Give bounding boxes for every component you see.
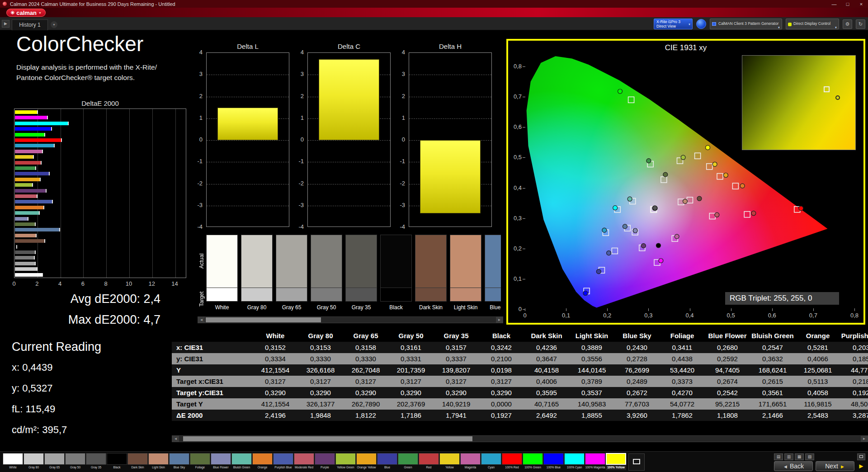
patch-button-light-skin[interactable]: Light Skin [148,453,169,470]
patch-button-100-yellow[interactable]: 100% Yellow [606,453,626,470]
patch-button-cyan[interactable]: Cyan [481,453,501,470]
window-icon [859,455,863,458]
tab-history-1[interactable]: History 1 [12,19,48,30]
display-control-select-button[interactable]: Direct Display Control ▼ [786,19,839,29]
swatch-scrollbar[interactable]: ◄ ► [198,316,503,323]
pattern-generator-select-button[interactable]: CalMAN Client 3 Pattern Generator ▼ [710,19,782,29]
column-header-orange: Orange [795,330,840,342]
patch-button-label: Green [398,465,418,470]
nav-forward-button[interactable]: ▶ [2,20,9,28]
delta-axis-label: 2 [191,93,203,99]
patch-button-gray-80[interactable]: Gray 80 [24,453,44,470]
settings-button[interactable]: ⚙ [843,19,852,29]
delta-h-bar [420,140,481,213]
cie-y-axis-label: 0,3 [509,215,522,222]
patch-button-100-blue[interactable]: 100% Blue [543,453,564,470]
patch-button-gray-65[interactable]: Gray 65 [44,453,65,470]
swatch-actual [415,235,447,288]
patch-button-label: Gray 80 [24,465,44,470]
patch-button-gray-35[interactable]: Gray 35 [86,453,106,470]
patch-button-orange[interactable]: Orange [252,453,273,470]
cie-y-axis-label: 0,7 [509,93,522,100]
next-button[interactable]: Next► [816,461,854,471]
patch-button-label: 100% Cyan [564,465,585,470]
refresh-button[interactable]: ↻ [856,19,865,29]
patch-button-100-red[interactable]: 100% Red [502,453,522,470]
scroll-left-icon[interactable]: ◄ [198,317,205,323]
print-button[interactable]: ▦ [795,453,804,460]
view-buttons: ▤ ▥ ▦ ▧ [774,453,814,460]
next-label: Next [825,463,838,470]
patch-button-red[interactable]: Red [419,453,439,470]
patch-button-white[interactable]: White [3,453,23,470]
table-cell: 139,8207 [434,364,479,376]
scroll-right-icon[interactable]: ► [861,436,868,442]
delta-axis-label: 1 [191,114,203,121]
meter-select-button[interactable]: X-Rite i1Pro 3 Direct View ▼ [654,19,693,29]
de2000-bar-foliage [15,222,36,226]
pattern-window-button[interactable] [628,453,645,471]
patch-button-blue-flower[interactable]: Blue Flower [211,453,231,470]
column-header-purplish-blue: Purplish Blue [840,330,868,342]
next-shortcut-icon[interactable]: ► [856,462,866,471]
patch-button-blue[interactable]: Blue [377,453,397,470]
patch-button-purplish-blue[interactable]: Purplish Blue [273,453,293,470]
patch-button-moderate-red[interactable]: Moderate Red [294,453,314,470]
scroll-right-icon[interactable]: ► [496,317,503,323]
patch-button-foliage[interactable]: Foliage [190,453,210,470]
mini-window-button[interactable] [857,453,865,460]
notes-button[interactable]: ▥ [784,453,793,460]
minimize-button[interactable]: — [827,1,841,7]
cie-tick [648,308,649,311]
patch-button-100-green[interactable]: 100% Green [523,453,543,470]
close-button[interactable]: × [854,1,868,7]
patch-button-100-cyan[interactable]: 100% Cyan [564,453,585,470]
row-label: Y [172,364,253,376]
patch-button-orange-yellow[interactable]: Orange Yellow [356,453,377,470]
patch-button-bluish-green[interactable]: Bluish Green [231,453,252,470]
de2000-bar-black [15,245,17,249]
table-cell: 0,3331 [388,353,434,364]
patch-button-100-magenta[interactable]: 100% Magenta [585,453,605,470]
report-button[interactable]: ▧ [805,453,814,460]
back-button[interactable]: ◄Back [774,461,813,471]
swatch-scrollbar-thumb[interactable] [206,317,321,322]
calman-logo[interactable]: ✳ calman ▼ [6,9,46,17]
cie-measured-green [646,159,651,163]
table-cell: 0,2728 [614,353,660,364]
table-cell: 0,3161 [388,342,434,353]
table-scrollbar[interactable]: ◄ ► [172,435,868,442]
delta-axis-label: -1 [393,158,405,165]
scroll-left-icon[interactable]: ◄ [172,436,179,442]
patch-button-blue-sky[interactable]: Blue Sky [169,453,189,470]
swatch-target [415,288,447,302]
patch-button-purple[interactable]: Purple [315,453,335,470]
swatch-target [311,288,342,302]
gear-icon: ⚙ [845,21,850,27]
table-cell: 0,3290 [343,387,388,398]
logo-mark-icon: ✳ [10,10,14,16]
patch-button-magenta[interactable]: Magenta [460,453,481,470]
maximize-button[interactable]: □ [841,1,854,7]
patch-swatch [481,453,501,465]
table-scrollbar-thumb[interactable] [183,436,472,441]
row-label: ΔE 2000 [172,410,253,421]
patch-button-black[interactable]: Black [107,453,127,470]
de2000-bar-orange [15,206,44,209]
patch-button-label: Yellow [439,465,460,470]
table-cell: 40,7165 [524,398,569,410]
table-cell: 0,3556 [569,353,614,364]
patch-button-dark-skin[interactable]: Dark Skin [127,453,148,470]
patch-button-label: Gray 50 [65,465,85,470]
patch-button-yellow-green[interactable]: Yellow Green [335,453,356,470]
patch-button-yellow[interactable]: Yellow [439,453,460,470]
patch-button-gray-50[interactable]: Gray 50 [65,453,85,470]
refresh-icon: ↻ [859,21,863,27]
tab-menu-button[interactable]: ▼ [51,21,57,28]
de2000-axis-label: 0 [9,280,19,287]
layout-button[interactable]: ▤ [774,453,783,460]
patch-button-green[interactable]: Green [398,453,418,470]
meter-status-icon[interactable] [696,19,706,29]
de2000-bar-yellow-green [15,183,33,187]
de2000-bar-moderate-red [15,194,38,198]
